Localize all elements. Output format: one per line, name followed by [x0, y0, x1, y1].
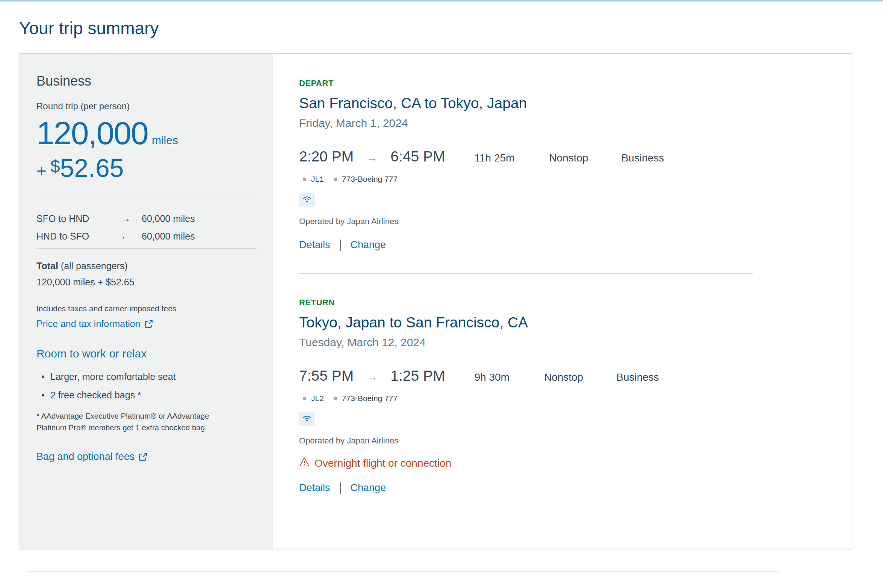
segment-route: SFO to HND	[36, 213, 110, 224]
miles-price: 120,000miles	[36, 115, 257, 152]
flight-info-row: JL1 773-Boeing 777	[303, 175, 834, 184]
flight-number: JL2	[311, 394, 324, 403]
price-tax-information-label: Price and tax information	[36, 318, 141, 329]
perk-label: 2 free checked bags *	[50, 390, 141, 401]
top-border	[0, 0, 883, 2]
total-label-line: Total (all passengers)	[36, 261, 257, 271]
arrive-time: 6:45 PM	[390, 148, 445, 165]
price-summary-panel: Business Round trip (per person) 120,000…	[19, 54, 273, 549]
bullet-icon	[42, 375, 44, 378]
bag-and-optional-fees-label: Bag and optional fees	[36, 451, 135, 463]
flight-duration: 11h 25m	[475, 152, 515, 164]
wifi-amenity	[299, 193, 315, 207]
miles-unit: miles	[152, 134, 178, 146]
aircraft-group: 773-Boeing 777	[334, 394, 398, 403]
square-bullet-icon	[334, 178, 337, 181]
fare-breakdown: SFO to HND → 60,000 miles HND to SFO ← 6…	[36, 213, 257, 242]
left-arrow-icon: ←	[110, 231, 142, 242]
panel-divider	[36, 199, 257, 199]
depart-time: 7:55 PM	[299, 368, 354, 384]
depart-times-row: 2:20 PM → 6:45 PM 11h 25m Nonstop Busine…	[299, 148, 834, 165]
flight-actions: Details Change	[299, 482, 834, 494]
taxes-note: Includes taxes and carrier-imposed fees	[36, 304, 257, 313]
wifi-icon	[302, 195, 312, 205]
actions-separator	[340, 482, 341, 494]
external-link-icon	[138, 452, 148, 461]
depart-leg-label: DEPART	[299, 78, 834, 88]
total-block: Total (all passengers) 120,000 miles + $…	[36, 261, 257, 288]
depart-date: Friday, March 1, 2024	[299, 117, 834, 130]
currency-symbol: $	[50, 157, 60, 176]
segment-miles: 60,000 miles	[142, 213, 257, 224]
flight-actions: Details Change	[299, 239, 834, 251]
square-bullet-icon	[303, 397, 306, 400]
flight-cabin: Business	[621, 152, 664, 164]
plus-sign: +	[36, 161, 47, 181]
bag-and-optional-fees-link[interactable]: Bag and optional fees	[36, 451, 148, 463]
arrive-time: 1:25 PM	[390, 368, 445, 384]
flight-info-row: JL2 773-Boeing 777	[303, 394, 834, 403]
details-link[interactable]: Details	[299, 482, 330, 494]
page-section-divider	[28, 571, 779, 571]
right-arrow-icon: →	[110, 213, 142, 225]
fare-breakdown-row: HND to SFO ← 60,000 miles	[36, 231, 257, 242]
cabin-heading: Business	[36, 73, 257, 89]
return-leg-label: RETURN	[299, 298, 834, 308]
flight-stops: Nonstop	[549, 152, 588, 164]
operated-by-note: Operated by Japan Airlines	[299, 217, 834, 226]
price-tax-information-link[interactable]: Price and tax information	[36, 318, 153, 329]
perk-item: 2 free checked bags *	[42, 390, 257, 401]
square-bullet-icon	[303, 178, 306, 181]
depart-time: 2:20 PM	[299, 148, 354, 165]
depart-flight-section: DEPART San Francisco, CA to Tokyo, Japan…	[299, 78, 834, 251]
page-title: Your trip summary	[19, 18, 883, 38]
perk-label: Larger, more comfortable seat	[50, 371, 176, 382]
bullet-icon	[42, 394, 44, 397]
square-bullet-icon	[334, 397, 337, 400]
flight-number: JL1	[311, 175, 324, 184]
aircraft-type: 773-Boeing 777	[342, 394, 398, 403]
right-arrow-icon: →	[366, 371, 378, 383]
change-link[interactable]: Change	[351, 239, 386, 251]
return-route-heading: Tokyo, Japan to San Francisco, CA	[299, 314, 834, 331]
cash-amount: 52.65	[60, 154, 124, 182]
return-date: Tuesday, March 12, 2024	[299, 336, 834, 349]
actions-separator	[340, 240, 341, 251]
panel-divider	[36, 248, 257, 249]
elite-baggage-footnote: * AAdvantage Executive Platinum® or AAdv…	[36, 410, 236, 434]
miles-amount: 120,000	[36, 115, 148, 151]
aircraft-type: 773-Boeing 777	[342, 175, 398, 184]
total-qualifier: (all passengers)	[61, 261, 128, 271]
flight-duration: 9h 30m	[475, 371, 510, 383]
flights-divider	[299, 273, 753, 274]
overnight-warning: Overnight flight or connection	[299, 457, 834, 469]
flight-stops: Nonstop	[544, 371, 583, 383]
fare-breakdown-row: SFO to HND → 60,000 miles	[36, 213, 257, 225]
total-value: 120,000 miles + $52.65	[36, 277, 257, 288]
change-link[interactable]: Change	[351, 482, 386, 494]
return-flight-section: RETURN Tokyo, Japan to San Francisco, CA…	[299, 298, 834, 494]
perk-item: Larger, more comfortable seat	[42, 371, 257, 382]
flights-panel: DEPART San Francisco, CA to Tokyo, Japan…	[273, 54, 852, 549]
flight-cabin: Business	[616, 371, 659, 383]
right-arrow-icon: →	[366, 151, 378, 164]
overnight-warning-label: Overnight flight or connection	[314, 457, 451, 469]
cash-price: +$52.65	[36, 153, 257, 182]
details-link[interactable]: Details	[299, 239, 330, 251]
segment-route: HND to SFO	[36, 231, 110, 242]
fare-type-label: Round trip (per person)	[36, 101, 257, 112]
trip-summary-card: Business Round trip (per person) 120,000…	[19, 53, 852, 549]
wifi-icon	[302, 414, 312, 424]
external-link-icon	[144, 320, 153, 329]
perks-heading: Room to work or relax	[36, 347, 257, 360]
segment-miles: 60,000 miles	[142, 231, 257, 242]
total-label: Total	[36, 261, 58, 271]
operated-by-note: Operated by Japan Airlines	[299, 436, 834, 446]
return-times-row: 7:55 PM → 1:25 PM 9h 30m Nonstop Busines…	[299, 368, 834, 384]
warning-triangle-icon	[299, 457, 310, 469]
depart-route-heading: San Francisco, CA to Tokyo, Japan	[299, 95, 834, 112]
perks-list: Larger, more comfortable seat 2 free che…	[36, 371, 257, 401]
aircraft-group: 773-Boeing 777	[334, 175, 398, 184]
wifi-amenity	[299, 412, 315, 426]
